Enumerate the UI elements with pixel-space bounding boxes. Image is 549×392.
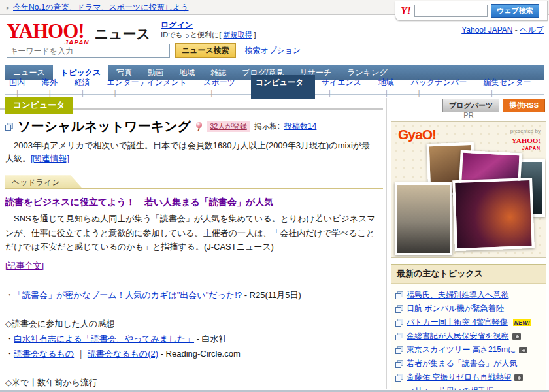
group2-heading: ◇米で十数年前から流行: [5, 377, 383, 389]
category-buttons: ブログパーツ 提供RSS: [442, 99, 545, 112]
masthead: YAHOO! JAPAN ニュース ログイン IDでもっと便利に[ 新規取得 ]: [7, 18, 256, 41]
topic-clip-icon: [395, 333, 403, 340]
camera-icon: [512, 333, 521, 340]
yahoo-news-logo[interactable]: YAHOO! JAPAN: [7, 21, 88, 41]
subnav-science[interactable]: サイエンス: [318, 76, 374, 99]
gyao-ad-banner[interactable]: GyaO! presented by YAHOO! JAPAN: [391, 121, 546, 258]
related-article-item: ・「読書会」が密かなブーム！人気のカギは"出会い"だった!? - R25(11月…: [5, 289, 383, 301]
web-search-button[interactable]: ウェブ検索: [491, 4, 539, 18]
login-note-post: ]: [254, 31, 256, 39]
register-count-link[interactable]: 32人が登録: [207, 121, 250, 132]
topic-description: 2003年頃アメリカで相次いで誕生。日本では会員数1680万人以上(2009年3…: [5, 139, 378, 165]
yahoo-news-page: ▸ 今年No.1の音楽、ドラマ、スポーツに投票しよう Y! ウェブ検索 Yaho…: [0, 0, 549, 392]
subnav-backnumber[interactable]: バックナンバー: [407, 76, 480, 99]
column-divider: [386, 98, 387, 389]
dokushokai-narumono2-link[interactable]: 読書会なるもの(2): [88, 349, 158, 359]
search-options-link[interactable]: 検索オプション: [245, 45, 301, 56]
full-article-link[interactable]: [記事全文]: [5, 260, 44, 272]
bullet: ・: [5, 334, 14, 344]
list-item: 東京スカイツリー 高さ215mに: [395, 344, 542, 355]
related-article-link[interactable]: 「読書会」が密かなブーム！人気のカギは"出会い"だった!?: [14, 290, 242, 300]
page-title: ソーシャルネットワーキング: [18, 118, 191, 135]
ad-photo: [452, 178, 535, 251]
login-note: IDでもっと便利に[ 新規取得 ]: [161, 31, 256, 40]
subnav-domestic[interactable]: 国内: [5, 76, 38, 99]
list-item: ・白水社有志による「読書会、やってみました」 - 白水社: [5, 333, 383, 345]
latest-topics-box: 最新の主なトピックス 福島氏、夫婦別姓導入へ意欲 日航 ボンバル機が緊急着陸 パ…: [391, 264, 546, 392]
pipe-separator: ｜: [76, 349, 85, 359]
latest-topics-list: 福島氏、夫婦別姓導入へ意欲 日航 ボンバル機が緊急着陸 パトカー同士衝突 4警官…: [391, 284, 546, 392]
news-search-input[interactable]: [7, 44, 170, 58]
camera-icon: [519, 347, 527, 353]
web-search-widget: Y! ウェブ検索: [395, 1, 548, 21]
list-item: 若者が集まる「読書会」が人気: [395, 358, 542, 369]
topic-link[interactable]: 東京スカイツリー 高さ215mに: [407, 344, 516, 355]
pin-icon: [195, 122, 203, 131]
login-block: ログイン IDでもっと便利に[ 新規取得 ]: [161, 18, 256, 41]
related-info-link[interactable]: [関連情報]: [31, 154, 69, 163]
hakusuisha-readingclub-link[interactable]: 白水社有志による「読書会、やってみました」: [14, 334, 194, 344]
sub-nav: 国内 海外 経済 エンターテインメント スポーツ コンピュータ サイエンス 地域…: [5, 80, 544, 95]
related-article-source: - R25(11月5日): [242, 290, 301, 300]
subnav-economy[interactable]: 経済: [71, 76, 103, 99]
headline-body: SNSを通じて見知らぬ人同士が集う「読書会」が人気を集めている。とりわけ若いビジ…: [5, 212, 382, 253]
subnav-computer-active[interactable]: コンピュータ: [251, 75, 315, 99]
subnav-entertainment[interactable]: エンターテインメント: [103, 76, 200, 99]
topic-link[interactable]: パトカー同士衝突 4警官軽傷: [407, 317, 508, 328]
yahoo-japan-link[interactable]: Yahoo! JAPAN: [461, 25, 512, 35]
topic-link[interactable]: 福島氏、夫婦別姓導入へ意欲: [407, 289, 508, 301]
topic-link[interactable]: 日航 ボンバル機が緊急着陸: [407, 303, 504, 314]
subnav-edit-center[interactable]: 編集センター: [480, 76, 544, 99]
category-badge: コンピュータ: [5, 97, 73, 114]
rss-button[interactable]: 提供RSS: [503, 99, 545, 112]
web-search-input[interactable]: [414, 5, 488, 17]
board-posts-link[interactable]: 投稿数14: [284, 121, 316, 132]
list-item: 日航 ボンバル機が緊急着陸: [395, 303, 542, 314]
list-item: 金総書記が人民保安省を視察: [395, 331, 542, 342]
topic-header: ソーシャルネットワーキング 32人が登録 掲示板: 投稿数14: [5, 118, 383, 135]
list-item: パトカー同士衝突 4警官軽傷NEW!: [395, 317, 542, 328]
sidebar: PR GyaO! presented by YAHOO! JAPAN 最新の主な…: [391, 111, 546, 392]
bullet: ・: [5, 349, 14, 359]
presented-by-label: presented by: [510, 128, 541, 134]
topic-clip-icon: [395, 360, 403, 368]
subnav-sports[interactable]: スポーツ: [199, 76, 248, 99]
dokushokai-narumono-link[interactable]: 読書会なるもの: [14, 349, 74, 359]
group1-heading: ◇読書会に参加した人の感想: [5, 318, 383, 330]
main-content: ソーシャルネットワーキング 32人が登録 掲示板: 投稿数14 2003年頃アメ…: [5, 118, 383, 392]
presented-brand-sub: JAPAN: [510, 146, 541, 150]
list-item: ・読書会なるもの｜読書会なるもの(2) - Reading-Circle.com: [5, 348, 383, 360]
topic-clip-icon: [395, 291, 403, 299]
top-links: Yahoo! JAPAN - ヘルプ: [461, 25, 544, 36]
top-links-separator: -: [512, 25, 520, 35]
topic-link[interactable]: 若者が集まる「読書会」が人気: [407, 358, 517, 369]
blog-parts-button[interactable]: ブログパーツ: [442, 99, 499, 112]
headline-title-link[interactable]: 読書をビジネスに役立てよう！ 若い人集まる「読書会」が人気: [5, 197, 273, 208]
headline-section-header: ヘッドライン: [5, 175, 383, 189]
login-link[interactable]: ログイン: [161, 20, 193, 29]
news-search-row: ニュース検索 検索オプション: [7, 43, 301, 58]
promo-arrow-icon: ▸: [7, 4, 10, 11]
help-link[interactable]: ヘルプ: [520, 25, 544, 35]
topic-link[interactable]: 金総書記が人民保安省を視察: [407, 331, 509, 342]
latest-topics-title: 最新の主なトピックス: [391, 265, 546, 284]
news-search-button[interactable]: ニュース検索: [175, 43, 236, 58]
promo-link[interactable]: 今年No.1の音楽、ドラマ、スポーツに投票しよう: [13, 2, 188, 13]
new-badge: NEW!: [513, 319, 531, 326]
login-note-pre: IDでもっと便利に[: [161, 31, 221, 39]
board-label: 掲示板:: [254, 121, 280, 132]
headline-tab: ヘッドライン: [5, 175, 82, 188]
item-source: - 白水社: [194, 334, 227, 344]
subnav-world[interactable]: 海外: [38, 76, 71, 99]
register-id-link[interactable]: 新規取得: [224, 31, 252, 39]
gyao-logo: GyaO!: [398, 127, 436, 142]
list-item: 福島氏、夫婦別姓導入へ意欲: [395, 289, 542, 301]
bullet: ・: [5, 290, 14, 300]
item-source: - Reading-Circle.com: [158, 349, 241, 359]
y-logo: Y!: [401, 5, 411, 17]
topic-clip-icon: [395, 319, 403, 327]
pr-label: PR: [391, 111, 546, 119]
topic-link[interactable]: 斎藤佑 空振りゼロも再戦熱望: [407, 372, 511, 383]
subnav-region[interactable]: 地域: [374, 76, 407, 99]
topic-clip-icon: [395, 374, 403, 382]
